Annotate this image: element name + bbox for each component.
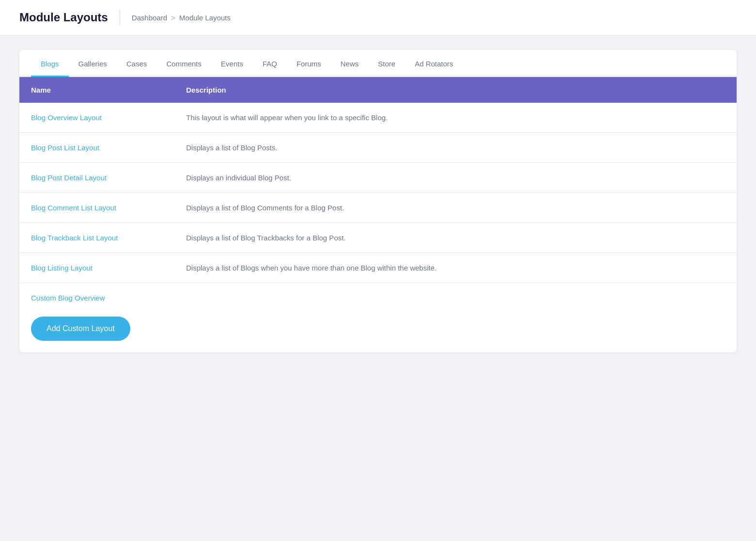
tab-comments[interactable]: Comments [157, 50, 211, 77]
breadcrumb-module-layouts: Module Layouts [179, 14, 231, 22]
breadcrumb-dashboard: Dashboard [132, 14, 167, 22]
layout-description-blog-post-list: Displays a list of Blog Posts. [186, 143, 725, 152]
tab-faq[interactable]: FAQ [253, 50, 287, 77]
tab-blogs[interactable]: Blogs [31, 50, 69, 77]
tab-forums[interactable]: Forums [287, 50, 331, 77]
layout-link-blog-comment-list[interactable]: Blog Comment List Layout [31, 204, 186, 212]
tab-events[interactable]: Events [211, 50, 253, 77]
layout-description-blog-comment-list: Displays a list of Blog Comments for a B… [186, 204, 725, 212]
tab-galleries[interactable]: Galleries [69, 50, 117, 77]
breadcrumb: Dashboard > Module Layouts [132, 14, 231, 22]
column-header-name: Name [31, 86, 186, 94]
layout-link-blog-post-list[interactable]: Blog Post List Layout [31, 143, 186, 152]
main-content: Blogs Galleries Cases Comments Events FA… [19, 50, 737, 352]
breadcrumb-separator: > [171, 14, 175, 22]
page-header: Module Layouts Dashboard > Module Layout… [0, 0, 756, 35]
table-row: Blog Listing Layout Displays a list of B… [19, 253, 737, 283]
layout-table: Name Description Blog Overview Layout Th… [19, 77, 737, 313]
tab-ad-rotators[interactable]: Ad Rotators [405, 50, 463, 77]
layout-description-blog-trackback-list: Displays a list of Blog Trackbacks for a… [186, 234, 725, 242]
layout-link-custom-blog-overview[interactable]: Custom Blog Overview [31, 294, 186, 302]
tab-news[interactable]: News [331, 50, 369, 77]
breadcrumb-divider [120, 10, 120, 25]
column-header-description: Description [186, 86, 725, 94]
layout-link-blog-listing[interactable]: Blog Listing Layout [31, 264, 186, 272]
layout-link-blog-post-detail[interactable]: Blog Post Detail Layout [31, 174, 186, 182]
tab-cases[interactable]: Cases [117, 50, 157, 77]
table-row: Custom Blog Overview [19, 283, 737, 313]
table-row: Blog Comment List Layout Displays a list… [19, 193, 737, 223]
table-header-row: Name Description [19, 77, 737, 103]
table-row: Blog Trackback List Layout Displays a li… [19, 223, 737, 253]
tab-store[interactable]: Store [368, 50, 405, 77]
table-row: Blog Post Detail Layout Displays an indi… [19, 163, 737, 193]
table-row: Blog Overview Layout This layout is what… [19, 103, 737, 133]
layout-link-blog-overview[interactable]: Blog Overview Layout [31, 113, 186, 122]
add-button-container: Add Custom Layout [19, 313, 737, 352]
layout-description-blog-post-detail: Displays an individual Blog Post. [186, 174, 725, 182]
add-custom-layout-button[interactable]: Add Custom Layout [31, 317, 130, 341]
table-row: Blog Post List Layout Displays a list of… [19, 133, 737, 163]
tabs-container: Blogs Galleries Cases Comments Events FA… [19, 50, 737, 77]
layout-description-blog-overview: This layout is what will appear when you… [186, 113, 725, 122]
page-title: Module Layouts [19, 11, 108, 24]
layout-link-blog-trackback-list[interactable]: Blog Trackback List Layout [31, 234, 186, 242]
layout-description-blog-listing: Displays a list of Blogs when you have m… [186, 264, 725, 272]
